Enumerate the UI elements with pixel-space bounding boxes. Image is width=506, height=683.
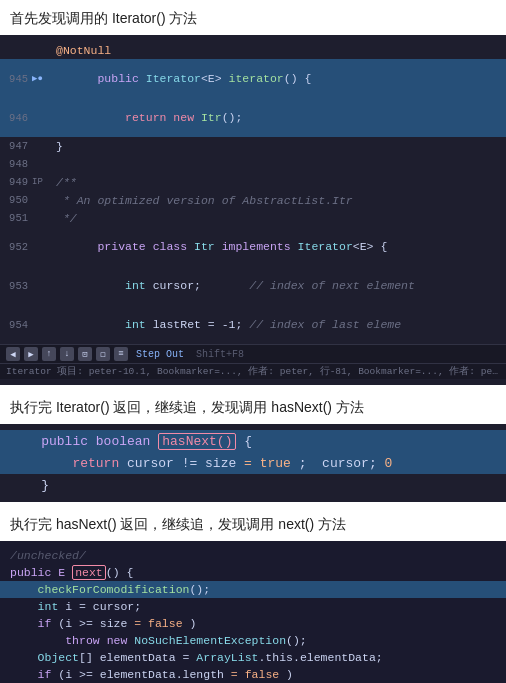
cb3-line-if2: if (i >= elementData.length = false ) <box>0 666 506 683</box>
cb3-line-check: checkForComodification(); <box>0 581 506 598</box>
toolbar-btn-4[interactable]: ↓ <box>60 347 74 361</box>
code-line-949: 949 IP /** <box>0 173 506 191</box>
cb3-line-int-i: int i = cursor; <box>0 598 506 615</box>
code-line-947: 947 } <box>0 137 506 155</box>
toolbar-btn-1[interactable]: ◀ <box>6 347 20 361</box>
code-line-946: 946 return new Itr(); <box>0 98 506 137</box>
section3-title: 执行完 hasNext() 返回，继续追，发现调用 next() 方法 <box>0 506 506 541</box>
cb3-line-obj: Object[] elementData = ArrayList.this.el… <box>0 649 506 666</box>
next-method-box: next <box>72 565 106 580</box>
code-line-951: 951 */ <box>0 209 506 227</box>
code-line-952: 952 private class Itr implements Iterato… <box>0 227 506 266</box>
code-block-3: /unchecked/ public E next() { checkForCo… <box>0 541 506 683</box>
toolbar-btn-6[interactable]: ◻ <box>96 347 110 361</box>
cb3-line-if1: if (i >= size = false ) <box>0 615 506 632</box>
cb2-line-2: return cursor != size = true ; cursor; 0 <box>0 452 506 474</box>
code-line-954: 954 int lastRet = -1; // index of last e… <box>0 305 506 344</box>
code-line-953: 953 int cursor; // index of next element <box>0 266 506 305</box>
cb2-line-3: } <box>0 474 506 496</box>
section2-title: 执行完 Iterator() 返回，继续追，发现调用 hasNext() 方法 <box>0 389 506 424</box>
toolbar-btn-7[interactable]: ≡ <box>114 347 128 361</box>
code-line-950: 950 * An optimized version of AbstractLi… <box>0 191 506 209</box>
cb2-line-1: public boolean hasNext() { <box>0 430 506 452</box>
code-block-1: @NotNull 945 ▶● public Iterator<E> itera… <box>0 35 506 385</box>
code-block-2: public boolean hasNext() { return cursor… <box>0 424 506 502</box>
step-out-label: Step Out Shift+F8 <box>136 349 244 360</box>
toolbar-btn-5[interactable]: ⊡ <box>78 347 92 361</box>
code-line-945: 945 ▶● public Iterator<E> iterator() { <box>0 59 506 98</box>
toolbar-btn-3[interactable]: ↑ <box>42 347 56 361</box>
cb3-line-throw1: throw new NoSuchElementException(); <box>0 632 506 649</box>
status-bar-1: Iterator 项目: peter-10.1, Bookmarker=...,… <box>0 363 506 379</box>
code-line-948: 948 <box>0 155 506 173</box>
section1-title: 首先发现调用的 Iterator() 方法 <box>0 0 506 35</box>
debug-toolbar: ◀ ▶ ↑ ↓ ⊡ ◻ ≡ Step Out Shift+F8 <box>0 344 506 363</box>
cb3-line-next: public E next() { <box>0 564 506 581</box>
annotation: @NotNull <box>56 44 111 57</box>
toolbar-btn-2[interactable]: ▶ <box>24 347 38 361</box>
cb3-comment: /unchecked/ <box>0 547 506 564</box>
hasnext-method-box: hasNext() <box>158 433 236 450</box>
